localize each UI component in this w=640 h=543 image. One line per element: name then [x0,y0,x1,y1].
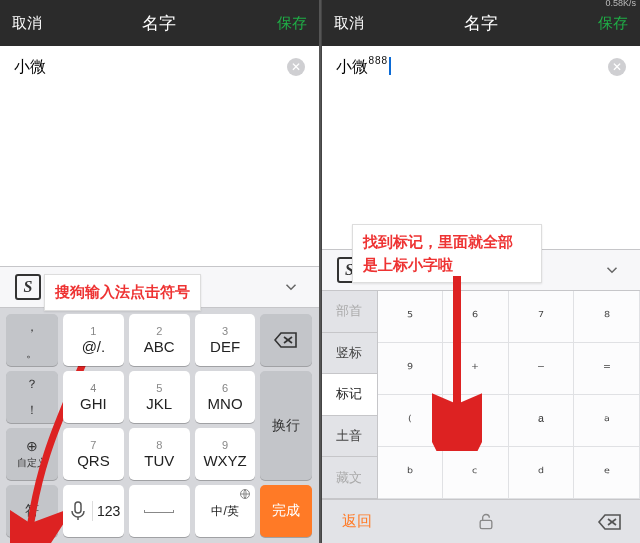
back-button[interactable]: 返回 [322,512,392,531]
callout-left: 搜狗输入法点击符号 [44,274,201,311]
mic-icon[interactable] [63,501,93,521]
cancel-button[interactable]: 取消 [334,14,364,33]
sym-cell[interactable]: ⁸ [574,291,640,343]
lang-key[interactable]: 中/英 [195,485,256,537]
content-area: 小微 ✕ 搜狗输入法点击符号 [0,46,319,266]
clear-icon[interactable]: ✕ [287,58,305,76]
key-3[interactable]: 3DEF [195,314,256,366]
sym-cell[interactable]: ª [509,395,575,447]
punct-question-exclaim[interactable]: ？ ！ [6,371,58,423]
sym-cell[interactable]: ⁾ [443,395,509,447]
name-field[interactable]: 小微888 ✕ [322,46,641,88]
sym-cell[interactable]: ⁼ [574,343,640,395]
save-button[interactable]: 保存 [277,14,307,33]
custom-key[interactable]: ⊕ 自定义 [6,428,58,480]
cat-vertical[interactable]: 竖标 [322,333,377,375]
chevron-down-icon[interactable] [590,253,634,287]
sym-cell[interactable]: ᵉ [574,447,640,499]
save-button[interactable]: 保存 [598,14,628,33]
key-8[interactable]: 8TUV [129,428,190,480]
phone-left: 取消 名字 保存 小微 ✕ 搜狗输入法点击符号 S [0,0,319,543]
symbol-categories: 部首 竖标 标记 土音 藏文 [322,291,378,499]
sym-cell[interactable]: ᵇ [378,447,444,499]
clear-icon[interactable]: ✕ [608,58,626,76]
sym-cell[interactable]: ⁹ [378,343,444,395]
symbol-grid: ⁵ ⁶ ⁷ ⁸ ⁹ ⁺ ⁻ ⁼ ⁽ ⁾ ª ᵃ ᵇ ᶜ ᵈ ᵉ [378,291,641,499]
cat-tuyin[interactable]: 土音 [322,416,377,458]
cancel-button[interactable]: 取消 [12,14,42,33]
space-key[interactable] [129,485,190,537]
svg-rect-13 [75,502,81,513]
delete-key[interactable] [260,314,312,366]
svg-rect-23 [480,520,492,528]
sym-cell[interactable]: ⁺ [443,343,509,395]
navbar: 取消 名字 保存 [0,0,319,46]
name-field[interactable]: 小微 ✕ [0,46,319,88]
key-7[interactable]: 7QRS [63,428,124,480]
navbar: 0.58K/s 取消 名字 保存 [322,0,641,46]
newline-key[interactable]: 换行 [260,371,312,480]
sym-cell[interactable]: ⁵ [378,291,444,343]
key-6[interactable]: 6MNO [195,371,256,423]
cat-tibetan[interactable]: 藏文 [322,457,377,499]
caret [389,57,391,75]
num-key[interactable]: 123 [93,503,123,519]
name-value: 小微888 [336,57,392,78]
name-value: 小微 [14,57,46,78]
punct-comma-period[interactable]: ， 。 [6,314,58,366]
sym-cell[interactable]: ⁻ [509,343,575,395]
done-key[interactable]: 完成 [260,485,312,537]
symbol-key[interactable]: 符 [6,485,58,537]
cat-radical[interactable]: 部首 [322,291,377,333]
key-4[interactable]: 4GHI [63,371,124,423]
net-speed-label: 0.58K/s [605,0,636,8]
sym-cell[interactable]: ⁶ [443,291,509,343]
key-5[interactable]: 5JKL [129,371,190,423]
callout-right: 找到标记，里面就全部 是上标小字啦 [352,224,542,283]
lock-icon[interactable] [392,512,581,532]
cat-mark[interactable]: 标记 [322,374,377,416]
delete-key[interactable] [580,513,640,531]
phone-right: 0.58K/s 取消 名字 保存 小微888 ✕ 找到标记，里面就全部 是上标小… [321,0,641,543]
sym-cell[interactable]: ⁽ [378,395,444,447]
chevron-down-icon[interactable] [269,270,313,304]
sym-cell[interactable]: ᵈ [509,447,575,499]
key-2[interactable]: 2ABC [129,314,190,366]
sym-cell[interactable]: ⁷ [509,291,575,343]
symbol-bottom-bar: 返回 [322,499,641,543]
keyboard-symbol-panel: 部首 竖标 标记 土音 藏文 ⁵ ⁶ ⁷ ⁸ ⁹ ⁺ ⁻ ⁼ ⁽ ⁾ [322,291,641,543]
key-9[interactable]: 9WXYZ [195,428,256,480]
keyboard-t9: ， 。 1@/. 2ABC 3DEF ？ ！ 4GHI 5JKL 6MNO 换行… [0,308,319,543]
mic-num-key[interactable]: 123 [63,485,124,537]
content-area: 小微888 ✕ 找到标记，里面就全部 是上标小字啦 [322,46,641,249]
sym-cell[interactable]: ᵃ [574,395,640,447]
sym-cell[interactable]: ᶜ [443,447,509,499]
key-1[interactable]: 1@/. [63,314,124,366]
title-label: 名字 [142,12,176,35]
title-label: 名字 [464,12,498,35]
